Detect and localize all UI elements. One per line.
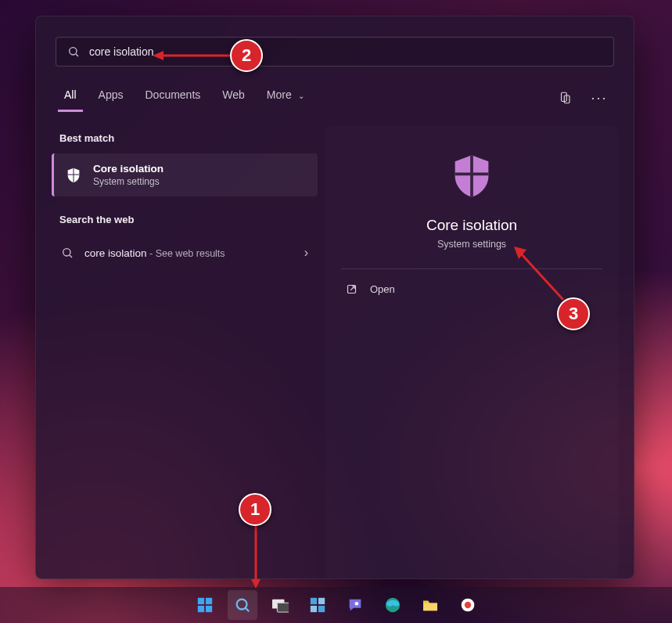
edge-button[interactable] — [378, 590, 408, 620]
search-icon — [67, 45, 80, 58]
search-bar[interactable] — [56, 37, 614, 67]
chevron-down-icon: ⌄ — [298, 92, 304, 100]
svg-line-16 — [246, 608, 249, 611]
svg-point-23 — [354, 602, 358, 606]
tab-more[interactable]: More ⌄ — [261, 84, 311, 112]
svg-rect-21 — [310, 606, 316, 612]
svg-marker-31 — [153, 51, 164, 60]
app-icon[interactable] — [453, 590, 483, 620]
start-button[interactable] — [190, 590, 220, 620]
detail-subtitle: System settings — [437, 239, 506, 250]
svg-point-15 — [236, 600, 246, 610]
annotation-badge-1: 1 — [239, 493, 271, 526]
svg-rect-12 — [205, 598, 211, 604]
svg-rect-18 — [277, 603, 289, 612]
svg-point-0 — [70, 48, 77, 55]
chat-button[interactable] — [340, 590, 370, 620]
svg-rect-19 — [310, 598, 316, 604]
tab-more-label: More — [267, 88, 292, 101]
result-subtitle: System settings — [93, 176, 164, 187]
svg-rect-22 — [318, 606, 324, 612]
detail-title: Core isolation — [426, 217, 517, 234]
open-label: Open — [370, 283, 395, 295]
web-result-title: core isolation — [84, 247, 147, 259]
svg-line-32 — [520, 253, 563, 300]
web-result[interactable]: core isolation - See web results › — [52, 235, 318, 271]
shield-icon — [65, 167, 82, 184]
explorer-button[interactable] — [415, 590, 445, 620]
detail-pane: Core isolation System settings Open — [325, 126, 618, 578]
tab-all[interactable]: All — [58, 84, 83, 112]
best-match-result[interactable]: Core isolation System settings — [52, 153, 318, 196]
tab-web[interactable]: Web — [216, 84, 251, 112]
svg-line-7 — [70, 255, 72, 257]
shield-icon — [447, 151, 497, 201]
link-phone-icon[interactable] — [552, 85, 577, 110]
annotation-arrow-1 — [250, 526, 262, 589]
annotation-arrow-3 — [512, 245, 567, 306]
svg-rect-14 — [205, 606, 211, 612]
chevron-right-icon: › — [304, 246, 308, 260]
annotation-badge-3: 3 — [557, 297, 590, 330]
svg-marker-29 — [251, 579, 261, 589]
taskbar — [0, 587, 672, 623]
svg-rect-20 — [318, 598, 324, 604]
tab-apps[interactable]: Apps — [92, 84, 130, 112]
svg-point-6 — [63, 249, 70, 256]
svg-rect-13 — [197, 606, 203, 612]
svg-line-1 — [76, 54, 78, 56]
task-view-button[interactable] — [265, 590, 295, 620]
results-column: Best match Core isolation System setting… — [52, 126, 318, 578]
result-title: Core isolation — [93, 163, 164, 175]
more-options-icon[interactable]: ··· — [587, 85, 612, 110]
section-search-web: Search the web — [52, 207, 318, 235]
tab-documents[interactable]: Documents — [138, 84, 207, 112]
web-result-subtitle: - See web results — [147, 248, 225, 259]
svg-point-27 — [464, 602, 470, 608]
open-icon — [346, 283, 358, 295]
annotation-arrow-2 — [153, 49, 231, 62]
widgets-button[interactable] — [303, 590, 332, 620]
search-icon — [61, 247, 74, 259]
search-button[interactable] — [228, 590, 257, 620]
svg-rect-11 — [197, 598, 203, 604]
svg-rect-25 — [423, 603, 437, 610]
filter-tabs: All Apps Documents Web More ⌄ ··· — [36, 74, 634, 112]
annotation-badge-2: 2 — [230, 39, 263, 72]
section-best-match: Best match — [52, 126, 318, 153]
